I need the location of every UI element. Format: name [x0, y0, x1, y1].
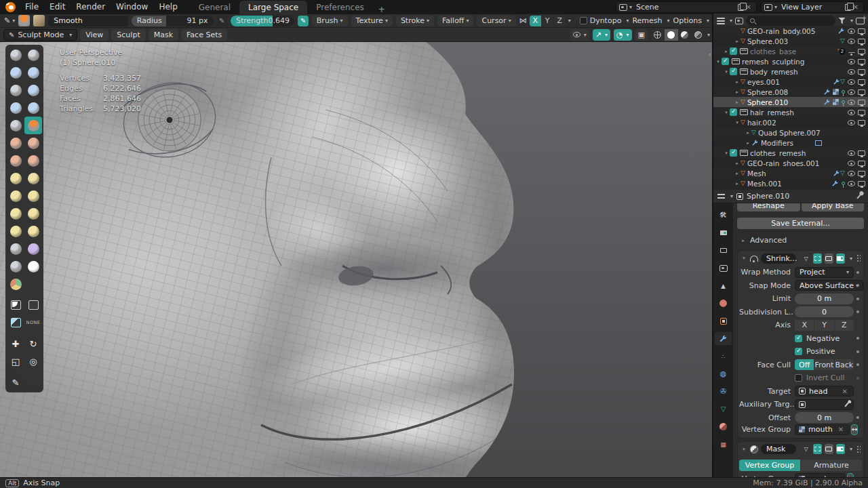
toggle-realtime-icon[interactable] [825, 253, 833, 264]
tool-transform[interactable]: ◎ [24, 352, 42, 370]
collection-checkbox[interactable] [730, 68, 737, 75]
collection-checkbox[interactable] [722, 58, 729, 65]
disable-viewport-icon[interactable] [858, 49, 865, 54]
menu-view[interactable]: View [80, 29, 108, 41]
menu-face-sets[interactable]: Face Sets [181, 29, 227, 41]
axis-z-toggle[interactable]: Z [835, 320, 854, 331]
outliner-row[interactable]: ▸▽ Sphere.008 [713, 87, 868, 97]
tool-inflate[interactable] [7, 99, 24, 117]
outliner-row[interactable]: ▸▽ Quad Sphere.007 [713, 127, 868, 138]
chevron-down-icon[interactable]: ▾ [707, 32, 710, 38]
tab-object-data[interactable]: ▽ [715, 403, 732, 415]
hide-eye-icon[interactable] [848, 120, 855, 125]
disable-viewport-icon[interactable] [858, 69, 865, 75]
outliner-search-input[interactable] [746, 16, 835, 26]
animate-dot[interactable] [856, 350, 859, 353]
strength-slider[interactable]: Strength 0.649 [231, 16, 295, 26]
outliner-row[interactable]: ▸ clothes_base ▽2 [713, 46, 868, 56]
mask-mode-vertex-group-button[interactable]: Vertex Group [739, 460, 800, 471]
mirror-z-toggle[interactable]: Z [554, 16, 566, 26]
eyedropper-icon[interactable] [844, 402, 849, 407]
tab-output[interactable] [715, 244, 732, 257]
shrinkwrap-modifier-header[interactable]: ▾ Shrink... ▽ ▾ [738, 251, 863, 266]
tool-scrape[interactable] [7, 152, 24, 169]
outliner-row[interactable]: ▸▽ Sphere.003 ▽ [713, 36, 868, 46]
advanced-section-toggle[interactable]: ▸ Advanced [740, 236, 864, 245]
menu-mask[interactable]: Mask [149, 29, 178, 41]
tab-large-space[interactable]: Large Space [239, 1, 307, 14]
filter-icon[interactable] [838, 18, 846, 24]
positive-checkbox[interactable] [795, 348, 802, 355]
target-field[interactable]: head ✕ [795, 386, 854, 396]
tab-preferences[interactable]: Preferences [307, 1, 373, 14]
negative-checkbox[interactable] [795, 335, 802, 342]
reshape-button[interactable]: Reshape [737, 203, 800, 211]
hide-eye-icon[interactable] [848, 100, 855, 105]
menu-help[interactable]: Help [153, 0, 182, 14]
mirror-x-toggle[interactable]: X [530, 16, 541, 26]
mask-mode-armature-button[interactable]: Armature [801, 460, 862, 471]
new-scene-icon[interactable] [738, 4, 744, 11]
apply-base-button[interactable]: Apply Base [802, 203, 865, 211]
toggle-render-icon[interactable] [836, 253, 845, 264]
menu-window[interactable]: Window [111, 0, 153, 14]
add-workspace-button[interactable]: + [373, 5, 391, 14]
hide-eye-icon[interactable] [848, 110, 855, 115]
face-cull-back-button[interactable]: Back [835, 359, 854, 370]
disable-viewport-icon[interactable] [858, 79, 865, 85]
drag-handle-icon[interactable] [856, 254, 861, 262]
brush-texture-icon[interactable] [33, 15, 45, 26]
tab-particles[interactable]: ∴ [715, 350, 732, 363]
animate-dot[interactable] [856, 271, 859, 274]
disable-viewport-icon[interactable] [858, 89, 865, 95]
properties-editor-icon[interactable] [717, 193, 725, 199]
tool-pose[interactable] [24, 205, 42, 222]
invert-vertex-group-button[interactable]: ↔ [851, 424, 858, 435]
region-collapse-arrow[interactable]: ‹ [709, 50, 711, 59]
tab-scene[interactable]: ▲ [715, 279, 732, 292]
tab-tool[interactable]: 🛠︎ [715, 209, 732, 222]
animate-dot[interactable] [856, 284, 859, 287]
tool-annotate[interactable]: ✎ [7, 373, 24, 391]
tool-boundary[interactable] [24, 240, 42, 258]
collection-checkbox[interactable] [730, 47, 737, 55]
shading-rendered-button[interactable] [692, 29, 705, 41]
toggle-edit-mode-icon[interactable]: ▽ [802, 444, 810, 454]
tool-cloth[interactable] [7, 258, 24, 275]
tool-flatten[interactable] [7, 134, 24, 152]
disable-viewport-icon[interactable] [858, 100, 865, 105]
tool-smooth[interactable] [24, 117, 42, 134]
face-cull-off-button[interactable]: Off [795, 359, 814, 370]
stroke-dropdown[interactable]: Stroke▾ [396, 16, 434, 26]
new-collection-button[interactable] [856, 18, 865, 24]
outliner-row[interactable]: ▸▽ Mesh ▽ [713, 168, 868, 178]
animate-dot[interactable] [856, 363, 859, 366]
disable-viewport-icon[interactable] [858, 28, 865, 34]
outliner-row[interactable]: ▸▽ Mesh.001 [713, 178, 868, 188]
tool-box-hide[interactable] [24, 296, 42, 314]
collection-checkbox[interactable] [730, 149, 737, 157]
view-layer-selector[interactable]: ▾ View Layer ✕ [761, 1, 864, 13]
shading-solid-button[interactable] [665, 29, 678, 41]
outliner-filter-id-icon[interactable] [735, 18, 743, 24]
blender-logo-icon[interactable] [5, 2, 16, 12]
disable-viewport-icon[interactable] [858, 59, 865, 64]
animate-dot[interactable] [856, 310, 859, 313]
radius-pressure-toggle[interactable]: ✎ [217, 16, 227, 26]
tool-thumb[interactable] [7, 205, 24, 222]
hide-eye-icon[interactable] [848, 89, 855, 95]
dyntopo-checkbox[interactable] [580, 17, 587, 24]
radius-slider[interactable]: Radius 91 px [132, 16, 214, 26]
brush-name-field[interactable]: Smooth [48, 16, 128, 26]
tool-fill[interactable] [24, 134, 42, 152]
chevron-down-icon[interactable]: ▾ [568, 18, 571, 24]
toggle-edit-mode-icon[interactable]: ▽ [802, 253, 810, 264]
disable-viewport-icon[interactable] [858, 181, 865, 186]
hide-eye-icon[interactable] [848, 150, 855, 156]
outliner-row[interactable]: ▾▽ hair.002 [713, 117, 868, 127]
axis-x-toggle[interactable]: X [795, 320, 814, 331]
toggle-on-cage-icon[interactable] [813, 444, 822, 454]
tool-draw[interactable] [7, 46, 24, 64]
outliner-row[interactable]: ▸▽ GEO-rain_shoes.001 [713, 158, 868, 168]
disclosure-icon[interactable]: ▾ [741, 447, 747, 452]
